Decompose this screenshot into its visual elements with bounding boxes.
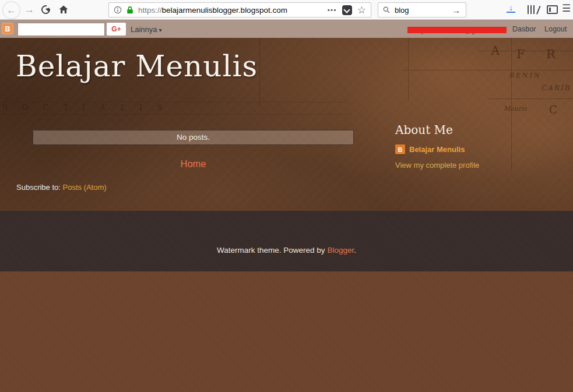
posts-atom-link[interactable]: Posts (Atom) [63, 183, 107, 192]
blogger-logo-icon[interactable]: B [2, 23, 13, 34]
footer-period: . [354, 246, 356, 255]
blogger-navbar: B G+ Lainnya▾ belajarmenulis09@gmail.com… [0, 20, 573, 38]
profile-row: B Belajar Menulis [395, 144, 564, 154]
view-profile-link[interactable]: View my complete profile [395, 161, 564, 169]
map-decor-label: CARIB [541, 84, 570, 92]
map-decor-letter: C [549, 104, 557, 116]
more-dropdown-label: Lainnya [131, 25, 157, 34]
bookmark-star-icon[interactable]: ☆ [357, 5, 366, 15]
map-decor-letter: N [2, 104, 8, 112]
chevron-down-icon: ▾ [159, 27, 162, 33]
home-button[interactable] [55, 1, 72, 18]
url-scheme: https:// [138, 6, 162, 15]
library-icon [528, 5, 529, 14]
back-button[interactable]: ← [2, 1, 20, 19]
home-link[interactable]: Home [33, 158, 354, 169]
map-decor-letter: S [157, 104, 162, 112]
url-text[interactable]: https://belajarmenulisblogger.blogspot.c… [138, 6, 287, 15]
info-icon[interactable] [114, 6, 122, 14]
google-plus-share-button[interactable]: G+ [107, 23, 126, 36]
map-decor-letter: O [22, 104, 28, 112]
pocket-icon[interactable] [342, 5, 352, 15]
menu-button[interactable]: ☰ [562, 2, 571, 15]
refresh-icon [41, 5, 50, 14]
footer-attribution: Watermark theme. Powered by Blogger. [0, 246, 573, 255]
subscribe-row: Subscribe to: Posts (Atom) [16, 183, 107, 192]
navbar-search-box[interactable] [17, 23, 105, 36]
map-decor-letter: A [100, 104, 106, 112]
home-icon [59, 5, 68, 14]
browser-toolbar: ← → https://belajarmenulisblogger.blogsp… [0, 0, 573, 20]
lock-icon[interactable] [126, 6, 133, 14]
blog-map-background: A F R BENIN CARIB Mauris C N O C T I A L… [0, 38, 573, 211]
account-email-redacted: belajarmenulis09@gmail.com [407, 24, 507, 34]
map-decor-label: Mauris [504, 105, 526, 112]
library-button[interactable] [528, 5, 539, 14]
browser-search-bar[interactable]: → [378, 2, 466, 17]
download-button[interactable]: ↓ [507, 3, 515, 13]
page-actions-icon[interactable]: ••• [328, 6, 337, 13]
sidebar-toggle-button[interactable] [547, 5, 558, 14]
no-posts-banner: No posts. [33, 130, 354, 145]
url-bar[interactable]: https://belajarmenulisblogger.blogspot.c… [108, 2, 371, 17]
browser-search-input[interactable] [393, 5, 442, 15]
refresh-button[interactable] [37, 1, 54, 18]
map-decor-letter: T [64, 104, 68, 112]
map-decor-letter: I [82, 104, 85, 112]
url-host: belajarmenulisblogger.blogspot.com [162, 6, 287, 15]
footer-theme-text: Watermark theme. Powered by [217, 246, 327, 255]
more-dropdown[interactable]: Lainnya▾ [131, 25, 162, 34]
blog-footer: Watermark theme. Powered by Blogger. [0, 211, 573, 271]
page-background [0, 271, 573, 392]
subscribe-label: Subscribe to: [16, 183, 61, 192]
map-decor-letter: R [546, 47, 556, 61]
redaction-bar [407, 27, 507, 33]
search-icon [383, 6, 390, 13]
about-me-heading: About Me [395, 123, 564, 137]
map-decor-letter: F [516, 47, 525, 61]
dashboard-link[interactable]: Dasbor [512, 25, 536, 33]
forward-button[interactable]: → [21, 1, 38, 18]
blogger-link[interactable]: Blogger [327, 246, 354, 255]
map-decor-letter: C [43, 104, 48, 112]
map-decor-letter: L [121, 104, 125, 112]
logout-link[interactable]: Logout [544, 25, 567, 33]
navbar-search-input[interactable] [18, 25, 112, 34]
map-decor-letter: A [491, 44, 500, 58]
map-decor-letter: I [139, 104, 142, 112]
download-icon: ↓ [509, 3, 513, 12]
profile-name-link[interactable]: Belajar Menulis [409, 145, 465, 154]
about-me-widget: About Me B Belajar Menulis View my compl… [395, 123, 564, 169]
blog-title[interactable]: Belajar Menulis [16, 50, 258, 83]
firefox-window: ← → https://belajarmenulisblogger.blogsp… [0, 0, 573, 392]
blogger-profile-icon: B [395, 144, 405, 154]
map-decor-label: BENIN [509, 72, 541, 79]
search-go-button[interactable]: → [452, 5, 460, 15]
